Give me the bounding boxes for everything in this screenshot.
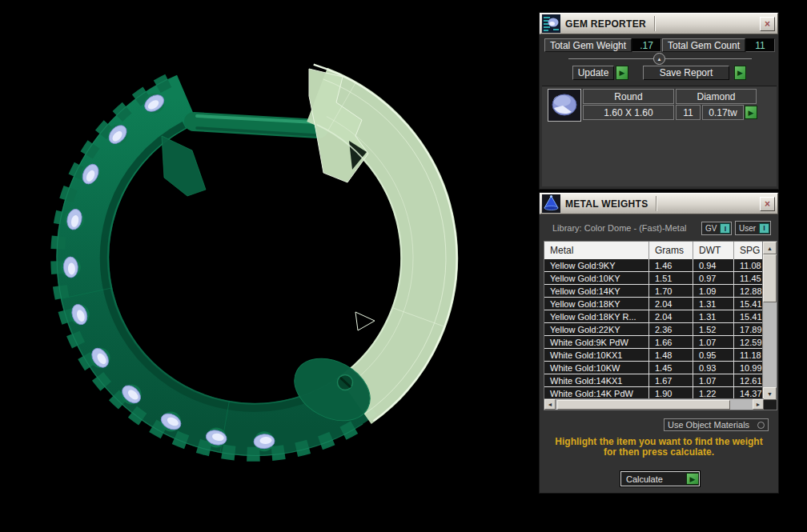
cell-metal: Yellow Gold:18KY xyxy=(544,298,649,310)
cell-spg: 14.37 xyxy=(734,387,764,399)
vertical-scroll-thumb[interactable] xyxy=(763,254,777,302)
horizontal-scroll-thumb[interactable] xyxy=(557,400,730,410)
cell-spg: 12.61 xyxy=(734,374,764,386)
cell-dwt: 1.22 xyxy=(693,387,734,399)
gem-shape-header: Round xyxy=(583,89,674,104)
scroll-down-icon[interactable]: ▼ xyxy=(763,387,777,400)
update-button[interactable]: Update xyxy=(572,66,614,80)
gem-reporter-icon xyxy=(542,14,560,33)
gem-size-cell[interactable]: 1.60 X 1.60 xyxy=(583,105,674,120)
cell-metal: White Gold:9K PdW xyxy=(544,336,649,348)
cell-spg: 11.45 xyxy=(734,272,764,284)
use-object-materials-label: Use Object Materials xyxy=(668,420,749,430)
table-row[interactable]: White Gold:10KX11.480.9511.18 xyxy=(544,349,764,362)
cell-grams: 1.51 xyxy=(649,272,693,284)
metal-table: Metal Grams DWT SPG Yellow Gold:9KY1.460… xyxy=(544,241,777,410)
gem-reporter-body: Total Gem Weight .17 Total Gem Count 11 … xyxy=(540,34,778,189)
use-object-materials-button[interactable]: Use Object Materials xyxy=(664,418,769,431)
calculate-go-icon: ▶ xyxy=(686,473,699,485)
ring-3d-render xyxy=(0,0,539,532)
cell-dwt: 1.07 xyxy=(693,336,734,348)
metal-weights-titlebar[interactable]: METAL WEIGHTS × xyxy=(540,193,778,214)
instruction-line-1: Highlight the item you want to find the … xyxy=(540,436,778,447)
cell-metal: White Gold:14KX1 xyxy=(544,374,649,386)
close-icon[interactable]: × xyxy=(760,197,775,211)
cell-grams: 1.90 xyxy=(649,387,693,399)
total-gem-weight-value: .17 xyxy=(632,38,661,52)
table-row[interactable]: White Gold:9K PdW1.661.0712.59 xyxy=(544,336,764,349)
gem-count-cell[interactable]: 11 xyxy=(676,105,701,120)
table-row[interactable]: White Gold:14KX11.671.0712.61 xyxy=(544,374,764,387)
table-row[interactable]: Yellow Gold:10KY1.510.9711.45 xyxy=(544,272,764,285)
table-row[interactable]: Yellow Gold:9KY1.460.9411.08 xyxy=(544,259,764,272)
panel-collapse-knob[interactable]: ▲ xyxy=(653,53,665,65)
cell-spg: 17.89 xyxy=(734,323,764,335)
cell-metal: White Gold:10KX1 xyxy=(544,349,649,361)
instruction-line-2: for then press calculate. xyxy=(540,446,778,458)
table-row[interactable]: Yellow Gold:18KY2.041.3115.41 xyxy=(544,298,764,310)
cell-grams: 1.45 xyxy=(649,362,693,374)
cell-grams: 2.36 xyxy=(649,323,693,335)
table-row[interactable]: Yellow Gold:18KY R...2.041.3115.41 xyxy=(544,310,764,323)
cell-grams: 1.70 xyxy=(649,285,693,297)
gv-label: GV xyxy=(702,224,720,233)
gem-weight-cell[interactable]: 0.17tw xyxy=(702,105,744,120)
total-gem-count-label: Total Gem Count xyxy=(662,38,745,52)
cell-dwt: 1.07 xyxy=(693,374,734,386)
cell-metal: Yellow Gold:10KY xyxy=(544,272,649,284)
vertical-scrollbar[interactable]: ▲ ▼ xyxy=(762,242,777,400)
table-row[interactable]: Yellow Gold:22KY2.361.5217.89 xyxy=(544,323,764,336)
cell-grams: 2.04 xyxy=(649,310,693,322)
cell-metal: Yellow Gold:22KY xyxy=(544,323,649,335)
cell-dwt: 0.95 xyxy=(693,349,734,361)
cell-spg: 11.08 xyxy=(734,259,764,271)
table-row[interactable]: Yellow Gold:14KY1.701.0912.88 xyxy=(544,285,764,298)
metal-weights-body: Library: Color Dome - (Fast)-Metal GV I … xyxy=(540,214,778,493)
gv-button[interactable]: GV I xyxy=(701,222,732,235)
save-report-button[interactable]: Save Report xyxy=(643,66,729,80)
gem-reporter-titlebar[interactable]: GEM REPORTER × xyxy=(540,13,778,34)
table-row[interactable]: White Gold:10KW1.450.9310.99 xyxy=(544,362,764,374)
horizontal-scrollbar[interactable]: ◄ ► xyxy=(544,398,764,410)
cell-dwt: 1.31 xyxy=(693,298,734,310)
save-report-go-icon[interactable]: ▶ xyxy=(734,66,746,80)
cell-grams: 1.46 xyxy=(649,259,693,271)
cell-spg: 10.99 xyxy=(734,362,764,374)
user-button[interactable]: User I xyxy=(735,221,771,235)
calculate-label: Calculate xyxy=(626,474,663,484)
viewport-3d[interactable] xyxy=(0,0,539,532)
cell-dwt: 1.09 xyxy=(693,285,734,297)
gem-reporter-panel: GEM REPORTER × Total Gem Weight .17 Tota… xyxy=(539,12,779,190)
cell-spg: 15.41 xyxy=(734,310,764,322)
calculate-button[interactable]: Calculate ▶ xyxy=(620,471,700,486)
scroll-up-icon[interactable]: ▲ xyxy=(763,242,777,254)
gem-thumbnail[interactable] xyxy=(548,89,581,122)
scroll-right-icon[interactable]: ► xyxy=(753,399,764,410)
cell-dwt: 1.31 xyxy=(693,310,734,322)
round-gem-icon xyxy=(549,90,580,120)
cell-metal: White Gold:14K PdW xyxy=(544,387,649,399)
gem-reporter-title: GEM REPORTER xyxy=(565,18,646,30)
scroll-left-icon[interactable]: ◄ xyxy=(544,399,556,410)
close-icon[interactable]: × xyxy=(760,17,775,31)
gv-indicator: I xyxy=(720,223,730,234)
cell-dwt: 0.93 xyxy=(693,362,734,374)
header-grams: Grams xyxy=(649,242,693,259)
user-label: User xyxy=(736,224,759,233)
metal-weights-panel: METAL WEIGHTS × Library: Color Dome - (F… xyxy=(539,192,779,494)
circle-icon xyxy=(757,422,765,429)
update-go-icon[interactable]: ▶ xyxy=(616,66,628,80)
user-indicator: I xyxy=(759,223,769,234)
gem-row-go-icon[interactable]: ▶ xyxy=(745,106,757,119)
cell-grams: 1.67 xyxy=(649,374,693,386)
library-label: Library: Color Dome - (Fast)-Metal xyxy=(552,223,686,233)
cell-dwt: 1.52 xyxy=(693,323,734,335)
cell-metal: Yellow Gold:18KY R... xyxy=(544,310,649,322)
up-arrow-icon: ▲ xyxy=(657,57,662,62)
cell-metal: White Gold:10KW xyxy=(544,362,649,374)
app-screen: GEM REPORTER × Total Gem Weight .17 Tota… xyxy=(0,0,807,532)
gem-list: Round Diamond 1.60 X 1.60 11 0.17tw ▶ xyxy=(542,86,777,186)
cell-spg: 15.41 xyxy=(734,298,764,310)
cell-metal: Yellow Gold:14KY xyxy=(544,285,649,297)
cell-spg: 12.59 xyxy=(734,336,764,348)
